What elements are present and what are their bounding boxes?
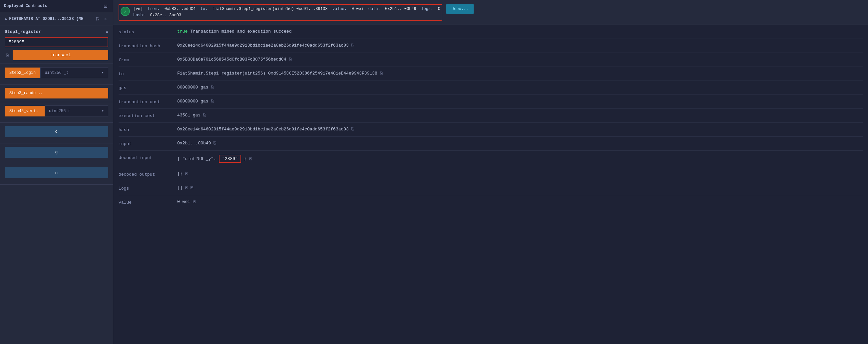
tx-row-from: from 0x5B38Da6a701c568545dCfcB03FcB875f5…	[119, 53, 863, 67]
tx-key-value: value	[119, 199, 172, 205]
tx-row-hash: hash 0x28ee14d64602915f44ae9d2918bd1bc1a…	[119, 123, 863, 137]
tx-row-logs: logs [] ⎘ ⎘	[119, 181, 863, 195]
tx-hash2-value-text: 0x28ee14d64602915f44ae9d2918bd1bc1ae2a0e…	[177, 127, 349, 132]
n-button[interactable]: n	[5, 167, 108, 178]
step45-button[interactable]: Step45_verify	[5, 106, 44, 116]
tx-key-from: from	[119, 57, 172, 63]
tx-row-execost: execution cost 43581 gas ⎘	[119, 109, 863, 123]
tx-row-status: status true Transaction mined and execut…	[119, 25, 863, 39]
panel-expand-icon[interactable]: ⊡	[102, 3, 109, 9]
tx-bar-bordered: [vm] from: 0x5B3...eddC4 to: FiatShamir.…	[119, 4, 442, 21]
tx-decoded-input-highlight: "2889"	[219, 155, 241, 163]
tx-logs-value-text: []	[177, 185, 183, 190]
debug-button[interactable]: Debu...	[446, 4, 474, 14]
step1-section: Step1_register ▲ ⎘ transact	[0, 26, 113, 64]
step3-section: Step3_rando...	[0, 84, 113, 102]
tx-status-true: true	[177, 29, 188, 34]
tx-from-label: from:	[148, 7, 162, 11]
tx-hash-copy-icon[interactable]: ⎘	[351, 43, 354, 48]
tx-txcost-copy-icon[interactable]: ⎘	[211, 99, 214, 104]
tx-row-gas: gas 80000000 gas ⎘	[119, 81, 863, 95]
tx-key-txcost: transaction cost	[119, 99, 172, 104]
header-icons: ⊡	[102, 3, 109, 9]
tx-value-execost: 43581 gas ⎘	[177, 113, 863, 118]
tx-key-status: status	[119, 29, 172, 35]
step1-input[interactable]	[5, 37, 108, 47]
tx-gas-value-text: 80000000 gas	[177, 85, 209, 90]
step45-dropdown-text: uint256 r	[49, 109, 71, 113]
tx-gas-copy-icon[interactable]: ⎘	[211, 85, 214, 90]
tx-key-txhash: transaction hash	[119, 43, 172, 48]
tx-logs-copy-icon-2[interactable]: ⎘	[190, 185, 193, 190]
tx-row-decoded-output: decoded output {} ⎘	[119, 167, 863, 181]
tx-value-input: 0x2b1...00b49 ⎘	[177, 141, 863, 146]
tx-row-value: value 0 wei ⎘	[119, 195, 863, 209]
step2-dropdown[interactable]: uint256 _t ▾	[40, 67, 108, 78]
tx-bar: [vm] from: 0x5B3...eddC4 to: FiatShamir.…	[113, 0, 868, 25]
step2-dropdown-text: uint256 _t	[44, 71, 69, 75]
tx-value-from: 0x5B38Da6a701c568545dCfcB03FcB875f56bedd…	[177, 57, 863, 62]
tx-input-copy-icon[interactable]: ⎘	[214, 141, 216, 146]
tx-value-status: true Transaction mined and execution suc…	[177, 29, 863, 34]
tx-data-label: data:	[366, 7, 383, 11]
tx-hash-val: 0x28e...3ac03	[150, 13, 181, 18]
step45-dropdown[interactable]: uint256 r ▾	[44, 105, 108, 116]
step45-section: Step45_verify uint256 r ▾	[0, 102, 113, 123]
step2-button[interactable]: Step2_login	[5, 68, 40, 78]
tx-row-decoded-input: decoded input { "uint256 _y": "2889" } ⎘	[119, 151, 863, 167]
tx-decoded-input-suffix: }	[244, 157, 246, 161]
tx-value-amt: 0 wei	[351, 7, 363, 11]
g-button[interactable]: g	[5, 147, 108, 158]
n-section: n	[0, 164, 113, 185]
tx-logs-label: logs:	[419, 7, 435, 11]
step1-input-row	[5, 37, 108, 47]
tx-to-addr: FiatShamir.Step1_register(uint256) 0xd91…	[213, 7, 328, 11]
tx-decoded-input-copy-icon[interactable]: ⎘	[249, 157, 252, 161]
tx-to-label: to:	[198, 7, 210, 11]
tx-logs-copy-icon-1[interactable]: ⎘	[185, 185, 188, 190]
contract-copy-icon[interactable]: ⎘	[95, 15, 100, 22]
c-button[interactable]: c	[5, 126, 108, 137]
tx-hash2-copy-icon[interactable]: ⎘	[351, 127, 354, 132]
tx-key-hash: hash	[119, 127, 172, 132]
c-section: c	[0, 123, 113, 143]
panel-header: Deployed Contracts ⊡	[0, 0, 113, 12]
tx-from-value-text: 0x5B38Da6a701c568545dCfcB03FcB875f56bedd…	[177, 57, 286, 62]
tx-from-copy-icon[interactable]: ⎘	[289, 57, 292, 62]
tx-key-execost: execution cost	[119, 113, 172, 118]
right-panel: [vm] from: 0x5B3...eddC4 to: FiatShamir.…	[113, 0, 868, 344]
tx-key-decoded-input: decoded input	[119, 155, 172, 160]
tx-value-txhash: 0x28ee14d64602915f44ae9d2918bd1bc1ae2a0e…	[177, 43, 863, 48]
contract-chevron-icon: ▲	[5, 16, 7, 21]
step1-transact-button[interactable]: transact	[13, 50, 108, 60]
tx-value-logs: [] ⎘ ⎘	[177, 185, 863, 190]
contract-header: ▲ FIATSHAMIR AT 0XD91...39138 (ME ⎘ ×	[0, 12, 113, 26]
tx-value-copy-icon[interactable]: ⎘	[193, 199, 195, 204]
left-panel: Deployed Contracts ⊡ ▲ FIATSHAMIR AT 0XD…	[0, 0, 113, 344]
tx-decoded-input-prefix: { "uint256 _y":	[177, 157, 216, 161]
tx-row-txcost: transaction cost 80000000 gas ⎘	[119, 95, 863, 109]
g-section: g	[0, 143, 113, 164]
step1-label: Step1_register	[5, 29, 41, 34]
tx-key-logs: logs	[119, 185, 172, 191]
step1-chevron-icon: ▲	[105, 29, 108, 34]
tx-success-icon	[121, 7, 130, 16]
tx-data-val: 0x2b1...00b49	[385, 7, 416, 11]
tx-key-input: input	[119, 141, 172, 146]
tx-execost-copy-icon[interactable]: ⎘	[203, 113, 206, 118]
step2-chevron-icon: ▾	[101, 70, 104, 75]
tx-key-to: to	[119, 71, 172, 76]
step45-row: Step45_verify uint256 r ▾	[5, 105, 108, 116]
tx-to-copy-icon[interactable]: ⎘	[380, 71, 383, 76]
contract-close-icon[interactable]: ×	[103, 15, 108, 22]
tx-value-decoded-input: { "uint256 _y": "2889" } ⎘	[177, 155, 863, 163]
tx-details: status true Transaction mined and execut…	[113, 25, 868, 209]
tx-from-addr: 0x5B3...eddC4	[164, 7, 196, 11]
step1-copy-button[interactable]: ⎘	[5, 51, 10, 59]
step3-button[interactable]: Step3_rando...	[5, 88, 108, 99]
tx-decoded-output-copy-icon[interactable]: ⎘	[185, 171, 188, 176]
step2-section: Step2_login uint256 _t ▾	[0, 64, 113, 84]
tx-row-to: to FiatShamir.Step1_register(uint256) 0x…	[119, 67, 863, 81]
tx-value-value: 0 wei ⎘	[177, 199, 863, 204]
contract-name: FIATSHAMIR AT 0XD91...39138 (ME	[9, 16, 83, 21]
